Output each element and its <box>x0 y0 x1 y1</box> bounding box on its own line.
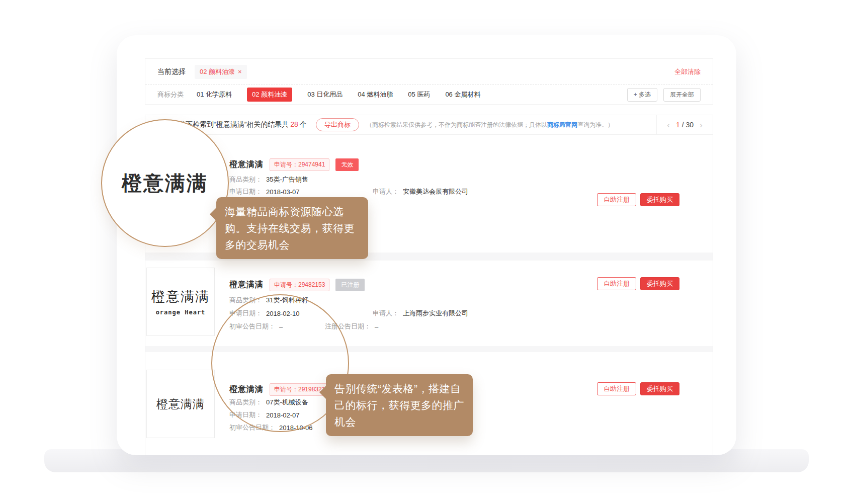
apply-date-value: 2018-03-07 <box>266 188 300 196</box>
application-number-tag: 申请号：29482153 <box>270 279 329 291</box>
trademark-image-subtext: orange Heart <box>156 309 206 316</box>
page-separator: / <box>682 121 684 129</box>
category-tab-01[interactable]: 01 化学原料 <box>197 90 232 99</box>
page: 当前选择 02 颜料油漆 × 全部清除 商标分类 01 化学原料 02 颜料油漆… <box>0 0 853 504</box>
tooltip-marketplace: 海量精品商标资源随心选购。支持在线交易，获得更多的交易机会 <box>216 197 368 259</box>
entrust-buy-button[interactable]: 委托购买 <box>640 193 679 206</box>
status-badge: 已注册 <box>335 279 365 291</box>
registration-publication-value: – <box>375 323 378 330</box>
trademark-image: 橙意满满 orange Heart <box>146 268 215 336</box>
category-actions: + 多选 展开全部 <box>627 88 701 102</box>
results-summary-suffix: 个 <box>300 120 307 128</box>
current-page: 1 <box>676 121 680 129</box>
current-selection-label: 当前选择 <box>157 67 186 76</box>
application-number-label: 申请号： <box>274 160 298 169</box>
category-tab-03[interactable]: 03 日化用品 <box>307 90 343 99</box>
application-number-tag: 申请号：29474941 <box>270 158 329 171</box>
filter-panel: 当前选择 02 颜料油漆 × 全部清除 商标分类 01 化学原料 02 颜料油漆… <box>145 58 713 105</box>
pagination: ‹ 1 / 30 › <box>656 115 713 134</box>
applicant-value: 上海雨步实业有限公司 <box>403 309 468 318</box>
selected-filter-tag-label: 02 颜料油漆 <box>200 67 235 76</box>
results-header: 当前分类下检索到“橙意满满”相关的结果共28个 导出商标 （商标检索结果仅供参考… <box>145 115 713 135</box>
remove-filter-icon[interactable]: × <box>238 68 242 75</box>
category-tab-04[interactable]: 04 燃料油脂 <box>358 90 393 99</box>
trademark-name: 橙意满满 <box>229 280 264 290</box>
date-line: 申请日期： 2018-03-07 申请人： 安徽美达会展有限公司 <box>229 187 300 196</box>
self-register-button[interactable]: 自助注册 <box>597 193 636 206</box>
applicant-pair: 申请人： 安徽美达会展有限公司 <box>373 187 468 196</box>
applicant-label: 申请人： <box>373 309 399 318</box>
self-register-button[interactable]: 自助注册 <box>597 382 636 395</box>
expand-all-button[interactable]: 展开全部 <box>663 88 701 102</box>
entrust-buy-button[interactable]: 委托购买 <box>640 382 679 395</box>
tooltip-promotion-text: 告别传统“发表格”，搭建自己的标行，获得更多的推广机会 <box>334 383 464 428</box>
disclaimer-prefix: （商标检索结果仅供参考，不作为商标能否注册的法律依据；具体以 <box>366 121 547 128</box>
clear-all-button[interactable]: 全部清除 <box>674 67 701 76</box>
export-trademarks-button[interactable]: 导出商标 <box>316 118 359 131</box>
trademark-office-link[interactable]: 商标局官网 <box>547 121 577 128</box>
total-pages: 30 <box>686 121 694 129</box>
magnifier-circle: 橙意满满 <box>101 119 229 247</box>
category-row: 商标分类 01 化学原料 02 颜料油漆 03 日化用品 04 燃料油脂 05 … <box>145 85 713 104</box>
page-indicator: 1 / 30 <box>676 121 694 129</box>
next-page-icon[interactable]: › <box>700 121 703 129</box>
category-tab-02-active[interactable]: 02 颜料油漆 <box>247 88 292 102</box>
applicant-value: 安徽美达会展有限公司 <box>403 187 468 196</box>
trademark-name: 橙意满满 <box>229 159 264 170</box>
application-number-label: 申请号： <box>274 281 298 289</box>
selected-filter-tag[interactable]: 02 颜料油漆 × <box>195 65 247 79</box>
current-selection-row: 当前选择 02 颜料油漆 × 全部清除 <box>145 59 713 85</box>
tooltip-marketplace-text: 海量精品商标资源随心选购。支持在线交易，获得更多的交易机会 <box>225 206 355 250</box>
results-count: 28 <box>290 120 298 128</box>
applicant-label: 申请人： <box>373 187 399 196</box>
status-badge: 无效 <box>335 158 359 171</box>
prev-page-icon[interactable]: ‹ <box>667 121 670 129</box>
category-tab-05[interactable]: 05 医药 <box>408 90 430 99</box>
multi-select-button[interactable]: + 多选 <box>627 88 657 102</box>
disclaimer-suffix: 查询为准。） <box>577 121 614 128</box>
magnified-trademark-text: 橙意满满 <box>122 170 208 197</box>
entrust-buy-button[interactable]: 委托购买 <box>640 277 679 290</box>
category-field-label: 商品类别： <box>229 175 262 184</box>
trademark-title-line: 橙意满满 申请号：29482153 已注册 <box>229 279 365 290</box>
category-field-value: 35类-广告销售 <box>266 175 308 184</box>
trademark-title-line: 橙意满满 申请号：29474941 无效 <box>229 159 359 170</box>
apply-date-label: 申请日期： <box>229 187 262 196</box>
category-label: 商标分类 <box>157 90 184 99</box>
trademark-image-text: 橙意满满 <box>156 396 205 412</box>
applicant-pair: 申请人： 上海雨步实业有限公司 <box>373 309 468 318</box>
trademark-image-text: 橙意满满 <box>151 288 210 306</box>
self-register-button[interactable]: 自助注册 <box>597 277 636 290</box>
application-number-value: 29474941 <box>298 161 325 168</box>
category-line: 商品类别： 35类-广告销售 <box>229 175 308 184</box>
category-tab-06[interactable]: 06 金属材料 <box>445 90 480 99</box>
disclaimer: （商标检索结果仅供参考，不作为商标能否注册的法律依据；具体以商标局官网查询为准。… <box>366 121 614 129</box>
trademark-image: 橙意满满 <box>146 370 215 438</box>
tooltip-promotion: 告别传统“发表格”，搭建自己的标行，获得更多的推广机会 <box>326 374 473 436</box>
category-tabs: 01 化学原料 02 颜料油漆 03 日化用品 04 燃料油脂 05 医药 06… <box>197 88 480 102</box>
application-number-value: 29482153 <box>298 281 325 288</box>
